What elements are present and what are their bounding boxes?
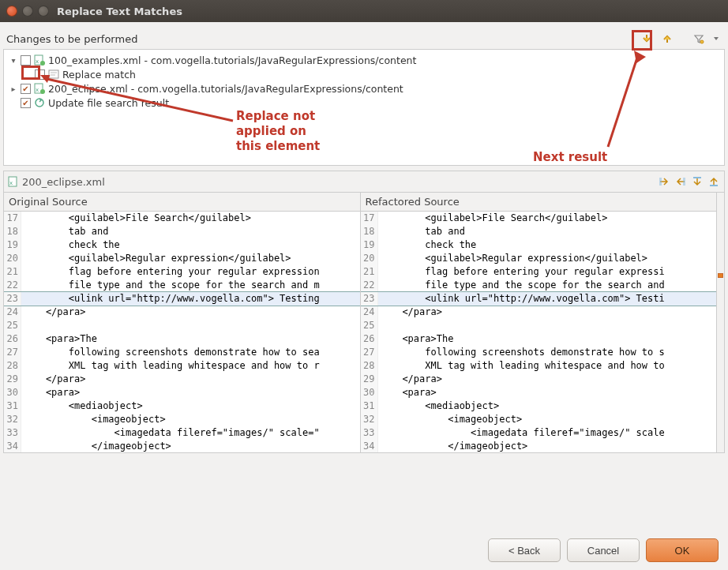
code-line[interactable]: 27 following screenshots demonstrate how… [4,346,360,359]
code-line[interactable]: 30 <para> [4,386,360,399]
code-line[interactable]: 33 <imagedata fileref="images/" scale [361,426,717,440]
code-text: <para>The [21,332,360,346]
code-line[interactable]: 18 tab and [4,225,360,238]
overview-ruler[interactable] [716,193,724,452]
code-line[interactable]: 25 [361,319,717,332]
window-maximize-button[interactable] [38,6,49,17]
tree-checkbox[interactable] [21,84,31,94]
tree-item-label: 100_examples.xml - com.vogella.tutorials… [48,54,416,66]
xml-file-icon: x [33,82,46,95]
line-number: 25 [4,319,21,332]
tree-row-file[interactable]: ▾ x 100_examples.xml - com.vogella.tutor… [6,53,722,67]
code-line[interactable]: 32 <imageobject> [4,413,360,426]
line-number: 26 [4,332,21,346]
code-line[interactable]: 26 <para>The [361,332,717,346]
window-close-button[interactable] [6,6,17,17]
menu-dropdown-button[interactable] [711,30,722,47]
expand-arrow-icon[interactable]: ▸ [9,84,18,93]
ok-button[interactable]: OK [646,538,719,562]
back-button[interactable]: < Back [488,538,561,562]
line-number: 28 [4,359,21,373]
code-text: check the [378,238,717,252]
code-line[interactable]: 24 </para> [361,306,717,319]
code-line[interactable]: 21 flag before entering your regular exp… [4,265,360,279]
tree-checkbox-match[interactable] [35,69,45,80]
code-line[interactable]: 29 </para> [4,373,360,386]
code-text: <imagedata fileref="images/" scale [378,426,717,440]
original-source-code[interactable]: 17 <guilabel>File Search</guilabel>18 ta… [4,212,360,452]
code-line[interactable]: 17 <guilabel>File Search</guilabel> [4,212,360,225]
code-text: </para> [21,373,360,386]
filter-button[interactable] [690,30,707,47]
replace-icon [47,68,60,81]
code-text: <imagedata fileref="images/" scale=" [21,426,360,440]
code-text: <para> [21,386,360,399]
code-line[interactable]: 34 </imageobject> [361,440,717,452]
tree-row-update[interactable]: Update file search result [6,96,722,110]
code-line[interactable]: 19 check the [361,238,717,252]
next-result-button[interactable] [638,30,655,47]
line-number: 28 [361,359,378,373]
next-diff-icon[interactable] [690,174,704,189]
copy-left-to-right-icon[interactable] [657,174,671,189]
line-number: 18 [361,225,378,238]
code-text: file type and the scope for the search a… [21,279,360,292]
code-line[interactable]: 23 <ulink url="http://www.vogella.com"> … [361,292,717,306]
code-line[interactable]: 22 file type and the scope for the searc… [4,279,360,292]
code-line[interactable]: 20 <guilabel>Regular expression</guilabe… [4,252,360,265]
code-line[interactable]: 28 XML tag with leading whitespace and h… [4,359,360,373]
prev-result-button[interactable] [659,30,676,47]
refactored-source-code[interactable]: 17 <guilabel>File Search</guilabel>18 ta… [361,212,717,452]
code-line[interactable]: 19 check the [4,238,360,252]
changes-tree: ▾ x 100_examples.xml - com.vogella.tutor… [3,49,725,166]
line-number: 30 [4,386,21,399]
line-number: 31 [361,399,378,413]
code-text [378,319,717,332]
code-line[interactable]: 20 <guilabel>Regular expression</guilabe… [361,252,717,265]
code-text: check the [21,238,360,252]
code-line[interactable]: 17 <guilabel>File Search</guilabel> [361,212,717,225]
code-line[interactable]: 26 <para>The [4,332,360,346]
code-text: following screenshots demonstrate how to… [21,346,360,359]
code-line[interactable]: 30 <para> [361,386,717,399]
tree-row-match[interactable]: Replace match [6,67,722,81]
code-line[interactable]: 32 <imageobject> [361,413,717,426]
code-line[interactable]: 25 [4,319,360,332]
line-number: 24 [361,306,378,319]
svg-rect-17 [693,177,701,178]
code-line[interactable]: 22 file type and the scope for the searc… [361,279,717,292]
line-number: 25 [361,319,378,332]
cancel-button[interactable]: Cancel [567,538,640,562]
code-text: <imageobject> [21,413,360,426]
tree-checkbox[interactable] [21,55,31,66]
original-source-header: Original Source [4,193,360,212]
code-text [21,319,360,332]
line-number: 17 [361,212,378,225]
code-line[interactable]: 24 </para> [4,306,360,319]
code-line[interactable]: 21 flag before entering your regular exp… [361,265,717,279]
code-line[interactable]: 29 </para> [361,373,717,386]
copy-right-to-left-icon[interactable] [674,174,688,189]
code-line[interactable]: 31 <mediaobject> [361,399,717,413]
code-line[interactable]: 28 XML tag with leading whitespace and h… [361,359,717,373]
line-number: 23 [4,292,21,306]
code-text: tab and [21,225,360,238]
code-line[interactable]: 23 <ulink url="http://www.vogella.com"> … [4,292,360,306]
tree-item-label: Update file search result [48,97,169,109]
line-number: 34 [361,440,378,452]
code-line[interactable]: 34 </imageobject> [4,440,360,452]
code-line[interactable]: 18 tab and [361,225,717,238]
code-line[interactable]: 31 <mediaobject> [4,399,360,413]
tree-checkbox[interactable] [21,98,31,108]
prev-diff-icon[interactable] [707,174,721,189]
overview-marker[interactable] [718,273,723,278]
code-line[interactable]: 33 <imagedata fileref="images/" scale=" [4,426,360,440]
code-text: <ulink url="http://www.vogella.com"> Tes… [21,292,360,306]
code-line[interactable]: 27 following screenshots demonstrate how… [361,346,717,359]
expand-arrow-icon[interactable]: ▾ [9,56,18,65]
tree-row-file[interactable]: ▸ x 200_eclipse.xml - com.vogella.tutori… [6,81,722,96]
code-text: flag before entering your regular expres… [21,265,360,279]
window-minimize-button[interactable] [22,6,33,17]
code-text: <guilabel>Regular expression</guilabel> [378,252,717,265]
line-number: 34 [4,440,21,452]
